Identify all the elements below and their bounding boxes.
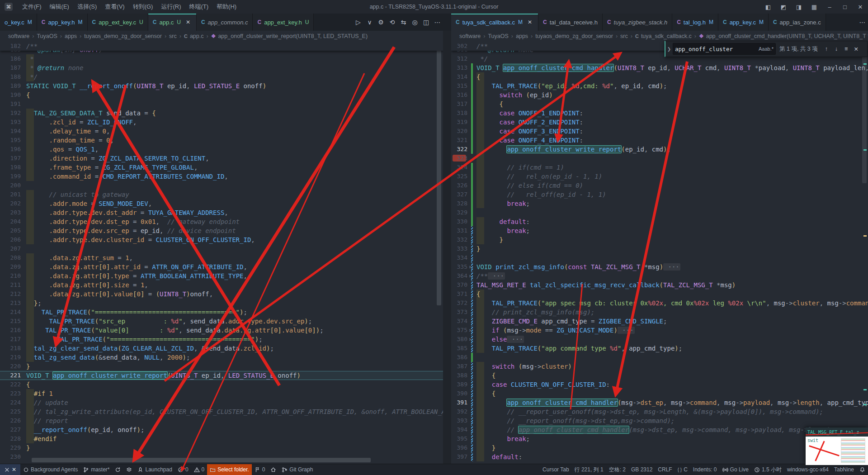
line-number[interactable]: 330 [451,217,467,226]
find-input[interactable]: app_onoff_cluster Aaab.* [673,43,776,55]
line-number[interactable]: 319 [451,118,467,127]
code-line-317[interactable]: 317 { [451,100,868,109]
breadcrumb-item[interactable]: tuyaos_demo_zg_door_sensor [84,33,162,39]
line-number[interactable]: 202 [0,199,21,208]
error-count[interactable]: 0 [175,464,191,475]
code-line-212[interactable]: 212 .data.zg.attr[0].value[0] = (UINT8_T… [0,290,443,299]
code-line-319[interactable]: 319 case ONOFF_2_ENDPOINT: [451,118,868,127]
breadcrumb-item[interactable]: src [169,33,177,39]
line-number[interactable]: 311 [451,51,467,54]
line-number[interactable]: 316 [451,90,467,100]
line-number[interactable]: 182 [0,42,21,51]
fold-chevron-icon[interactable]: › [468,262,472,271]
code-line-393[interactable]: 393 // __report_onoff(msg->dst_ep,msg->c… [451,416,868,425]
code-line-375[interactable]: 375› if (msg->mode == ZG_UNICAST_MODE) ·… [451,326,868,335]
breadcrumb-item[interactable]: src [620,33,628,39]
code-line-313[interactable]: 313VOID_T app_onoff_cluster_cmd_handler(… [451,63,868,72]
left-scrollbar[interactable] [437,43,441,305]
menu-item[interactable]: 查看(V) [101,0,128,14]
code-line-385[interactable]: 385 TAL_PR_TRACE("app command type %d", … [451,344,868,353]
line-number[interactable]: 228 [0,434,21,443]
code-line-210[interactable]: 210 .data.zg.attr[0].type = ATTR_BOOLEAN… [0,271,443,280]
find-query-text[interactable]: app_onoff_cluster [675,46,759,52]
code-line-327[interactable]: 327 // rel_off(ep_id - 1, 1) [451,190,868,199]
left-horizontal-scrollbar[interactable] [32,458,371,462]
code-line-315[interactable]: 315 TAL_PR_TRACE("ep_id: %d,cmd: %d", ep… [451,81,868,90]
line-number[interactable]: 216 [0,326,21,335]
line-number[interactable]: 230 [0,452,21,461]
code-line-223[interactable]: 223 #if 1 [0,389,443,398]
tab-app_key.h[interactable]: Capp_key.hM [37,14,88,31]
menu-item[interactable]: 选择(S) [73,0,101,14]
more-tabs-icon[interactable]: ⋯ [857,16,868,28]
line-number[interactable]: 331 [451,226,467,235]
git-branch[interactable]: master* [80,464,112,475]
indentation[interactable]: 空格: 2 [606,464,628,475]
line-number[interactable]: 313 [451,63,467,72]
tab-tuya_sdk_callback.c[interactable]: Ctuya_sdk_callback.cM✕ [451,14,538,31]
code-line-207[interactable]: 207 [0,244,443,253]
breadcrumb-item[interactable]: apps [516,33,528,39]
line-number[interactable]: 392 [451,407,467,416]
code-line-214[interactable]: 214 TAL_PR_TRACE("======================… [0,308,443,317]
code-line-215[interactable]: 215 TAL_PR_TRACE("src_ep : %d", send_dat… [0,317,443,326]
tab-app_ext_key.c[interactable]: Capp_ext_key.cU [88,14,148,31]
warning-count[interactable]: 0 [191,464,208,475]
code-line-195[interactable]: 195 .random_time = 0, [0,136,443,145]
line-number[interactable]: 389 [451,380,467,389]
line-number[interactable]: 320 [451,127,467,136]
editor-pane-left[interactable]: 182/**185 * @param[in] onoff)186 *187 * … [0,42,443,464]
fold-chevron-icon[interactable]: › [468,335,472,344]
line-number[interactable]: 329 [451,208,467,217]
editor-pane-right[interactable]: 302/**311 * @return none312 */313VOID_T … [451,42,868,464]
encoding[interactable]: GB 2312 [628,464,655,475]
minimize-button[interactable]: – [822,0,837,14]
line-number[interactable]: 374 [451,317,467,326]
code-line-373[interactable]: 373 // print_zcl_msg_info(msg); [451,308,868,317]
line-number[interactable]: 396 [451,443,467,452]
line-number[interactable]: 201 [0,190,21,199]
breadcrumb-item[interactable]: ❖app_onoff_cluster_write_report(UINT8_T,… [211,33,368,39]
line-number[interactable]: 325 [451,172,467,181]
line-number[interactable]: 226 [0,416,21,425]
line-number[interactable]: 203 [0,208,21,217]
code-line-200[interactable]: 200 [0,181,443,190]
code-line-224[interactable]: 224 // update [0,398,443,407]
line-number[interactable]: 211 [0,280,21,290]
run-button[interactable]: ▷ [353,16,364,28]
run-dropdown-icon[interactable]: ∨ [364,16,375,28]
line-number[interactable]: 318 [451,109,467,118]
line-number[interactable]: 200 [0,181,21,190]
line-number[interactable]: 221 [0,371,21,380]
code-line-329[interactable]: 329 [451,208,868,217]
find-close-button[interactable]: ✕ [851,44,861,54]
code-line-186[interactable]: 186 * [0,54,443,63]
line-number[interactable]: 227 [0,425,21,434]
line-number[interactable]: 328 [451,199,467,208]
line-number[interactable]: 198 [0,163,21,172]
code-line-380[interactable]: 380› else ··· [451,335,868,344]
line-number[interactable]: 391 [451,398,467,407]
line-number[interactable]: 387 [451,362,467,371]
tab-app_common.c[interactable]: Capp_common.c [197,14,253,31]
line-number[interactable]: 380 [451,335,467,344]
code-line-333[interactable]: 333} [451,244,868,253]
line-number[interactable]: 386 [451,353,467,362]
code-line-390[interactable]: 390 { [451,389,868,398]
breadcrumb-item[interactable]: tuyaos_demo_zg_door_sensor [535,33,613,39]
line-number[interactable]: 186 [0,54,21,63]
line-number[interactable]: 194 [0,127,21,136]
goto-symbol-icon[interactable]: ◎ [409,16,420,28]
find-expand-icon[interactable]: ❯ [665,47,673,52]
line-number[interactable]: 219 [0,353,21,362]
timeline-icon[interactable]: ⟲ [387,16,398,28]
line-number[interactable]: 312 [451,54,467,63]
line-number[interactable]: 207 [0,244,21,253]
code-line-228[interactable]: 228 #endif [0,434,443,443]
code-line-197[interactable]: 197 .direction = ZG_ZCL_DATA_SERVER_TO_C… [0,154,443,163]
close-button[interactable]: ✕ [853,0,868,14]
go-live[interactable]: Go Live [720,464,751,475]
code-line-205[interactable]: 205 .addr.type.dev.src_ep = ep_id, // de… [0,226,443,235]
more-actions-icon[interactable]: ⋯ [432,16,443,28]
line-number[interactable]: 222 [0,380,21,389]
